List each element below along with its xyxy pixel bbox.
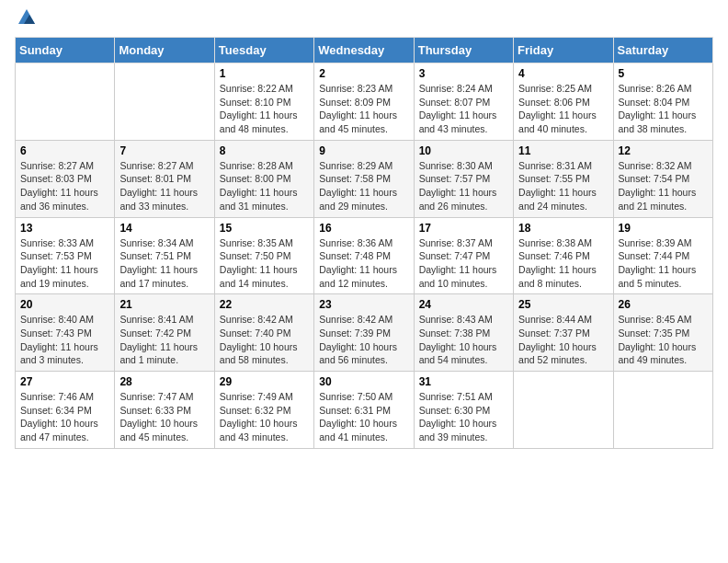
day-number: 18 [518, 222, 608, 235]
day-number: 9 [319, 144, 408, 157]
day-number: 13 [20, 222, 109, 235]
day-info: Sunrise: 8:43 AM Sunset: 7:38 PM Dayligh… [419, 313, 508, 367]
calendar-header-row: SundayMondayTuesdayWednesdayThursdayFrid… [16, 38, 713, 63]
calendar-cell: 27Sunrise: 7:46 AM Sunset: 6:34 PM Dayli… [16, 372, 115, 449]
calendar-day-header: Friday [514, 38, 613, 63]
day-number: 14 [119, 222, 209, 235]
day-info: Sunrise: 8:23 AM Sunset: 8:09 PM Dayligh… [319, 82, 408, 136]
day-number: 20 [20, 298, 109, 311]
day-info: Sunrise: 8:37 AM Sunset: 7:47 PM Dayligh… [419, 236, 508, 291]
calendar-week-row: 6Sunrise: 8:27 AM Sunset: 8:03 PM Daylig… [16, 140, 713, 217]
day-info: Sunrise: 8:38 AM Sunset: 7:46 PM Dayligh… [518, 236, 608, 291]
logo [15, 15, 37, 28]
day-info: Sunrise: 8:28 AM Sunset: 8:00 PM Dayligh… [220, 159, 309, 213]
day-info: Sunrise: 7:49 AM Sunset: 6:32 PM Dayligh… [220, 390, 309, 444]
calendar-cell: 12Sunrise: 8:32 AM Sunset: 7:54 PM Dayli… [613, 140, 712, 217]
day-number: 8 [220, 144, 309, 157]
calendar-cell [613, 372, 712, 449]
day-number: 24 [419, 298, 508, 311]
calendar-cell: 8Sunrise: 8:28 AM Sunset: 8:00 PM Daylig… [214, 140, 313, 217]
calendar-day-header: Saturday [613, 38, 712, 63]
calendar-cell: 9Sunrise: 8:29 AM Sunset: 7:58 PM Daylig… [314, 140, 414, 217]
calendar-day-header: Thursday [414, 38, 513, 63]
day-info: Sunrise: 8:30 AM Sunset: 7:57 PM Dayligh… [419, 159, 508, 213]
calendar-cell: 11Sunrise: 8:31 AM Sunset: 7:55 PM Dayli… [514, 140, 613, 217]
day-info: Sunrise: 8:35 AM Sunset: 7:50 PM Dayligh… [220, 236, 309, 291]
calendar-day-header: Tuesday [214, 38, 313, 63]
calendar-cell: 7Sunrise: 8:27 AM Sunset: 8:01 PM Daylig… [115, 140, 214, 217]
calendar-cell: 14Sunrise: 8:34 AM Sunset: 7:51 PM Dayli… [115, 217, 214, 294]
day-info: Sunrise: 7:51 AM Sunset: 6:30 PM Dayligh… [419, 390, 508, 444]
day-number: 16 [319, 222, 408, 235]
day-info: Sunrise: 8:44 AM Sunset: 7:37 PM Dayligh… [518, 313, 608, 367]
calendar-cell: 10Sunrise: 8:30 AM Sunset: 7:57 PM Dayli… [414, 140, 513, 217]
day-number: 28 [119, 375, 209, 388]
calendar-cell: 1Sunrise: 8:22 AM Sunset: 8:10 PM Daylig… [214, 63, 313, 141]
calendar-cell [514, 372, 613, 449]
logo-icon [17, 7, 37, 28]
calendar-cell: 5Sunrise: 8:26 AM Sunset: 8:04 PM Daylig… [613, 63, 712, 141]
day-number: 15 [220, 222, 309, 235]
day-info: Sunrise: 8:41 AM Sunset: 7:42 PM Dayligh… [119, 313, 209, 367]
day-number: 4 [518, 67, 608, 80]
day-number: 23 [319, 298, 408, 311]
calendar-cell: 30Sunrise: 7:50 AM Sunset: 6:31 PM Dayli… [314, 372, 414, 449]
day-info: Sunrise: 8:40 AM Sunset: 7:43 PM Dayligh… [20, 313, 109, 367]
day-number: 6 [20, 144, 109, 157]
day-info: Sunrise: 8:32 AM Sunset: 7:54 PM Dayligh… [619, 159, 708, 213]
day-info: Sunrise: 8:27 AM Sunset: 8:01 PM Dayligh… [119, 159, 209, 213]
calendar-day-header: Sunday [16, 38, 115, 63]
day-info: Sunrise: 8:33 AM Sunset: 7:53 PM Dayligh… [20, 236, 109, 291]
calendar-cell: 17Sunrise: 8:37 AM Sunset: 7:47 PM Dayli… [414, 217, 513, 294]
day-info: Sunrise: 7:46 AM Sunset: 6:34 PM Dayligh… [20, 390, 109, 444]
day-info: Sunrise: 8:29 AM Sunset: 7:58 PM Dayligh… [319, 159, 408, 213]
day-number: 17 [419, 222, 508, 235]
calendar-cell: 19Sunrise: 8:39 AM Sunset: 7:44 PM Dayli… [613, 217, 712, 294]
day-info: Sunrise: 8:34 AM Sunset: 7:51 PM Dayligh… [119, 236, 209, 291]
calendar-cell: 21Sunrise: 8:41 AM Sunset: 7:42 PM Dayli… [115, 294, 214, 372]
day-number: 5 [619, 67, 708, 80]
day-info: Sunrise: 8:31 AM Sunset: 7:55 PM Dayligh… [518, 159, 608, 213]
day-number: 22 [220, 298, 309, 311]
day-number: 12 [619, 144, 708, 157]
day-number: 30 [319, 375, 408, 388]
day-number: 1 [220, 67, 309, 80]
day-info: Sunrise: 8:27 AM Sunset: 8:03 PM Dayligh… [20, 159, 109, 213]
calendar-cell [115, 63, 214, 141]
calendar-cell: 28Sunrise: 7:47 AM Sunset: 6:33 PM Dayli… [115, 372, 214, 449]
calendar-cell: 3Sunrise: 8:24 AM Sunset: 8:07 PM Daylig… [414, 63, 513, 141]
calendar-day-header: Monday [115, 38, 214, 63]
page-header [15, 15, 713, 28]
day-number: 25 [518, 298, 608, 311]
day-info: Sunrise: 8:42 AM Sunset: 7:39 PM Dayligh… [319, 313, 408, 367]
calendar-cell: 2Sunrise: 8:23 AM Sunset: 8:09 PM Daylig… [314, 63, 414, 141]
day-info: Sunrise: 8:39 AM Sunset: 7:44 PM Dayligh… [619, 236, 708, 291]
day-number: 31 [419, 375, 508, 388]
calendar-cell: 6Sunrise: 8:27 AM Sunset: 8:03 PM Daylig… [16, 140, 115, 217]
day-info: Sunrise: 8:45 AM Sunset: 7:35 PM Dayligh… [619, 313, 708, 367]
calendar-cell: 22Sunrise: 8:42 AM Sunset: 7:40 PM Dayli… [214, 294, 313, 372]
day-info: Sunrise: 8:36 AM Sunset: 7:48 PM Dayligh… [319, 236, 408, 291]
day-number: 19 [619, 222, 708, 235]
day-number: 7 [119, 144, 209, 157]
day-number: 10 [419, 144, 508, 157]
day-info: Sunrise: 8:25 AM Sunset: 8:06 PM Dayligh… [518, 82, 608, 136]
calendar-cell: 4Sunrise: 8:25 AM Sunset: 8:06 PM Daylig… [514, 63, 613, 141]
day-number: 21 [119, 298, 209, 311]
day-number: 26 [619, 298, 708, 311]
day-number: 27 [20, 375, 109, 388]
calendar-cell: 25Sunrise: 8:44 AM Sunset: 7:37 PM Dayli… [514, 294, 613, 372]
day-info: Sunrise: 8:42 AM Sunset: 7:40 PM Dayligh… [220, 313, 309, 367]
calendar-cell: 13Sunrise: 8:33 AM Sunset: 7:53 PM Dayli… [16, 217, 115, 294]
day-info: Sunrise: 8:22 AM Sunset: 8:10 PM Dayligh… [220, 82, 309, 136]
calendar-day-header: Wednesday [314, 38, 414, 63]
day-info: Sunrise: 8:26 AM Sunset: 8:04 PM Dayligh… [619, 82, 708, 136]
calendar-cell: 23Sunrise: 8:42 AM Sunset: 7:39 PM Dayli… [314, 294, 414, 372]
calendar-cell: 20Sunrise: 8:40 AM Sunset: 7:43 PM Dayli… [16, 294, 115, 372]
calendar-table: SundayMondayTuesdayWednesdayThursdayFrid… [15, 37, 713, 449]
day-number: 3 [419, 67, 508, 80]
calendar-cell: 29Sunrise: 7:49 AM Sunset: 6:32 PM Dayli… [214, 372, 313, 449]
day-info: Sunrise: 7:47 AM Sunset: 6:33 PM Dayligh… [119, 390, 209, 444]
calendar-cell: 15Sunrise: 8:35 AM Sunset: 7:50 PM Dayli… [214, 217, 313, 294]
day-number: 29 [220, 375, 309, 388]
